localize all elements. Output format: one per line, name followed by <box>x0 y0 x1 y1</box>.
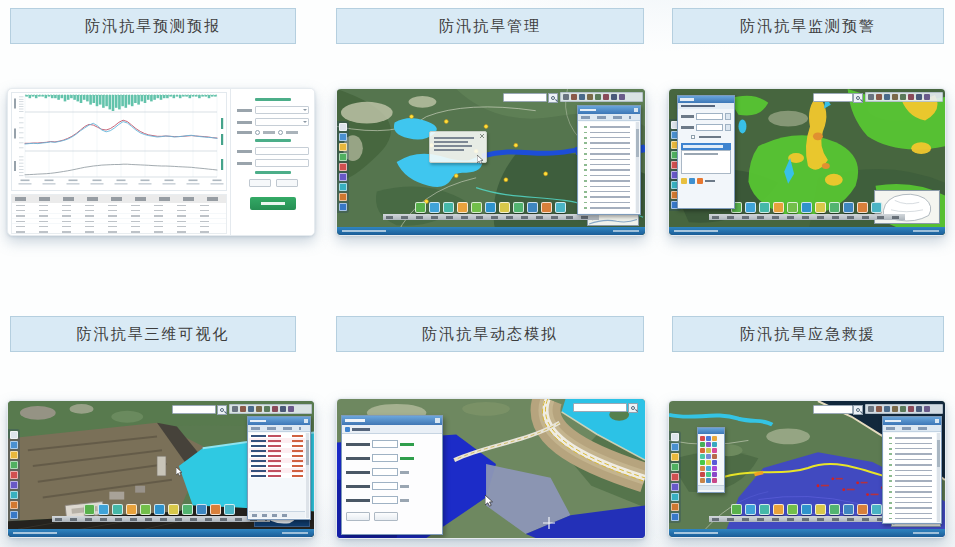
app-icon[interactable] <box>10 461 18 469</box>
app-icon[interactable] <box>98 504 109 515</box>
app-icon[interactable] <box>541 202 552 213</box>
app-icon[interactable] <box>671 443 679 451</box>
map-tools-sidebar[interactable] <box>8 429 20 521</box>
map-toolbar[interactable] <box>229 404 312 414</box>
app-icon[interactable] <box>471 202 482 213</box>
forecast-data-table[interactable] <box>11 194 227 234</box>
app-icon[interactable] <box>555 202 566 213</box>
app-icon[interactable] <box>868 406 874 412</box>
app-icon[interactable] <box>916 406 922 412</box>
app-icon[interactable] <box>924 406 930 412</box>
breach-width-input[interactable] <box>372 468 398 476</box>
app-dock[interactable] <box>415 202 566 213</box>
map-toolbar[interactable] <box>865 92 943 102</box>
app-icon[interactable] <box>280 406 286 412</box>
app-icon[interactable] <box>843 504 854 515</box>
row-action-link[interactable] <box>292 475 303 477</box>
row-action-link[interactable] <box>292 435 303 437</box>
object-data-panel[interactable] <box>247 416 311 520</box>
legend-icon[interactable] <box>697 178 703 184</box>
app-dock[interactable] <box>731 202 882 213</box>
scheme-select[interactable] <box>255 106 309 114</box>
dialog-titlebar[interactable] <box>342 416 442 425</box>
pagination-bar[interactable] <box>249 511 305 518</box>
app-icon[interactable] <box>712 442 717 447</box>
object-table[interactable] <box>249 433 305 478</box>
app-icon[interactable] <box>671 473 679 481</box>
app-icon[interactable] <box>876 406 882 412</box>
app-icon[interactable] <box>759 202 770 213</box>
app-icon[interactable] <box>712 454 717 459</box>
app-icon[interactable] <box>499 202 510 213</box>
app-icon[interactable] <box>563 94 569 100</box>
app-icon[interactable] <box>745 202 756 213</box>
run-forecast-button[interactable] <box>250 197 296 210</box>
app-icon[interactable] <box>829 202 840 213</box>
app-icon[interactable] <box>892 406 898 412</box>
legend-icon[interactable] <box>689 178 695 184</box>
app-icon[interactable] <box>339 183 347 191</box>
pick-on-map-link[interactable] <box>400 443 414 446</box>
rescue-resource-palette[interactable] <box>697 427 725 493</box>
app-icon[interactable] <box>10 511 18 519</box>
app-icon[interactable] <box>126 504 137 515</box>
app-icon[interactable] <box>429 202 440 213</box>
app-icon[interactable] <box>196 504 207 515</box>
app-icon[interactable] <box>112 504 123 515</box>
app-icon[interactable] <box>815 504 826 515</box>
panel-titlebar[interactable] <box>678 96 734 103</box>
app-icon[interactable] <box>619 94 625 100</box>
app-icon[interactable] <box>857 504 868 515</box>
map-toolbar[interactable] <box>560 92 643 102</box>
app-icon[interactable] <box>712 472 717 477</box>
app-icon[interactable] <box>700 478 705 483</box>
app-icon[interactable] <box>884 94 890 100</box>
app-icon[interactable] <box>924 94 930 100</box>
search-button[interactable] <box>853 405 863 415</box>
app-icon[interactable] <box>210 504 221 515</box>
app-icon[interactable] <box>154 504 165 515</box>
breach-simulation-dialog[interactable] <box>341 415 443 535</box>
pick-on-map-link[interactable] <box>400 457 414 460</box>
app-icon[interactable] <box>884 406 890 412</box>
app-icon[interactable] <box>571 94 577 100</box>
app-icon[interactable] <box>787 202 798 213</box>
app-icon[interactable] <box>443 202 454 213</box>
close-icon[interactable] <box>435 418 440 423</box>
app-icon[interactable] <box>745 504 756 515</box>
end-time-input[interactable] <box>255 159 309 167</box>
scrollbar[interactable] <box>937 433 940 522</box>
app-icon[interactable] <box>671 503 679 511</box>
panel-tabs[interactable] <box>578 114 640 121</box>
app-icon[interactable] <box>339 163 347 171</box>
app-icon[interactable] <box>871 202 882 213</box>
row-action-link[interactable] <box>292 445 303 447</box>
app-icon[interactable] <box>857 202 868 213</box>
scrollbar[interactable] <box>306 433 309 518</box>
breach-flow-input[interactable] <box>372 482 398 490</box>
layer-tree[interactable] <box>579 122 635 213</box>
app-icon[interactable] <box>700 448 705 453</box>
panel-titlebar[interactable] <box>248 417 310 425</box>
panel-tabs[interactable] <box>248 425 310 432</box>
app-icon[interactable] <box>706 436 711 441</box>
app-icon[interactable] <box>10 501 18 509</box>
app-icon[interactable] <box>700 472 705 477</box>
app-icon[interactable] <box>10 441 18 449</box>
app-icon[interactable] <box>272 406 278 412</box>
map-toolbar[interactable] <box>865 404 943 414</box>
app-icon[interactable] <box>579 94 585 100</box>
search-button[interactable] <box>628 403 638 413</box>
app-icon[interactable] <box>513 202 524 213</box>
layer-tree-panel[interactable] <box>882 416 942 524</box>
panel-tabs[interactable] <box>883 425 941 432</box>
app-icon[interactable] <box>700 460 705 465</box>
app-icon[interactable] <box>700 466 705 471</box>
app-icon[interactable] <box>706 448 711 453</box>
app-icon[interactable] <box>248 406 254 412</box>
search-input[interactable] <box>503 93 547 102</box>
row-action-link[interactable] <box>292 450 303 452</box>
app-icon[interactable] <box>84 504 95 515</box>
app-icon[interactable] <box>485 202 496 213</box>
app-icon[interactable] <box>232 406 238 412</box>
